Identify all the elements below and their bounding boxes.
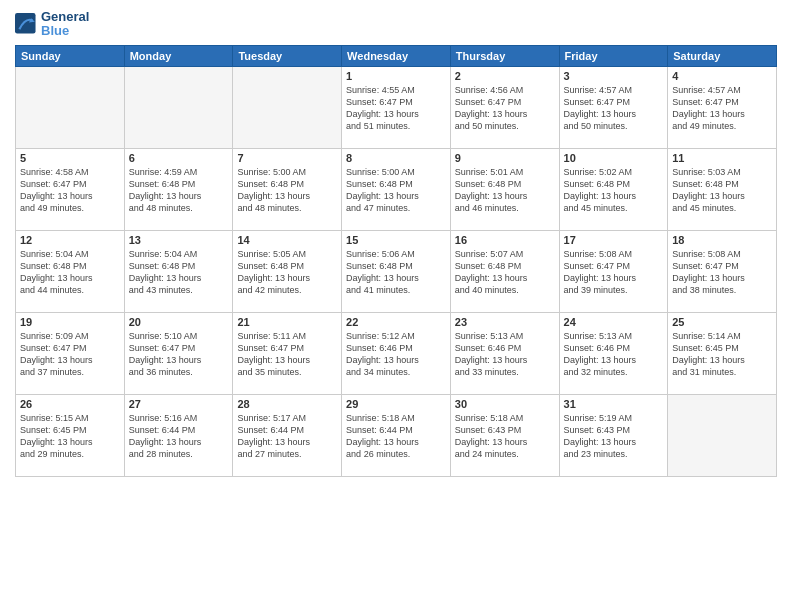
cell-info: Sunrise: 5:03 AM Sunset: 6:48 PM Dayligh… [672,166,772,215]
calendar-cell: 1Sunrise: 4:55 AM Sunset: 6:47 PM Daylig… [342,66,451,148]
calendar-week-2: 12Sunrise: 5:04 AM Sunset: 6:48 PM Dayli… [16,230,777,312]
cell-info: Sunrise: 5:06 AM Sunset: 6:48 PM Dayligh… [346,248,446,297]
calendar-cell: 20Sunrise: 5:10 AM Sunset: 6:47 PM Dayli… [124,312,233,394]
calendar-cell: 3Sunrise: 4:57 AM Sunset: 6:47 PM Daylig… [559,66,668,148]
calendar-cell: 31Sunrise: 5:19 AM Sunset: 6:43 PM Dayli… [559,394,668,476]
day-number: 21 [237,316,337,328]
day-number: 24 [564,316,664,328]
cell-info: Sunrise: 5:00 AM Sunset: 6:48 PM Dayligh… [237,166,337,215]
header: General Blue [15,10,777,39]
cell-info: Sunrise: 5:08 AM Sunset: 6:47 PM Dayligh… [564,248,664,297]
calendar-cell: 11Sunrise: 5:03 AM Sunset: 6:48 PM Dayli… [668,148,777,230]
day-number: 1 [346,70,446,82]
cell-info: Sunrise: 5:18 AM Sunset: 6:43 PM Dayligh… [455,412,555,461]
calendar-cell [16,66,125,148]
day-number: 8 [346,152,446,164]
calendar-cell: 24Sunrise: 5:13 AM Sunset: 6:46 PM Dayli… [559,312,668,394]
logo: General Blue [15,10,89,39]
calendar-cell: 16Sunrise: 5:07 AM Sunset: 6:48 PM Dayli… [450,230,559,312]
cell-info: Sunrise: 5:17 AM Sunset: 6:44 PM Dayligh… [237,412,337,461]
cell-info: Sunrise: 4:59 AM Sunset: 6:48 PM Dayligh… [129,166,229,215]
weekday-monday: Monday [124,45,233,66]
calendar-cell: 25Sunrise: 5:14 AM Sunset: 6:45 PM Dayli… [668,312,777,394]
calendar-cell: 17Sunrise: 5:08 AM Sunset: 6:47 PM Dayli… [559,230,668,312]
cell-info: Sunrise: 5:04 AM Sunset: 6:48 PM Dayligh… [20,248,120,297]
cell-info: Sunrise: 5:02 AM Sunset: 6:48 PM Dayligh… [564,166,664,215]
calendar-table: SundayMondayTuesdayWednesdayThursdayFrid… [15,45,777,477]
cell-info: Sunrise: 5:10 AM Sunset: 6:47 PM Dayligh… [129,330,229,379]
weekday-friday: Friday [559,45,668,66]
cell-info: Sunrise: 5:09 AM Sunset: 6:47 PM Dayligh… [20,330,120,379]
cell-info: Sunrise: 5:18 AM Sunset: 6:44 PM Dayligh… [346,412,446,461]
calendar-cell: 7Sunrise: 5:00 AM Sunset: 6:48 PM Daylig… [233,148,342,230]
calendar-cell: 5Sunrise: 4:58 AM Sunset: 6:47 PM Daylig… [16,148,125,230]
cell-info: Sunrise: 5:15 AM Sunset: 6:45 PM Dayligh… [20,412,120,461]
day-number: 12 [20,234,120,246]
day-number: 31 [564,398,664,410]
calendar-cell: 30Sunrise: 5:18 AM Sunset: 6:43 PM Dayli… [450,394,559,476]
day-number: 3 [564,70,664,82]
day-number: 25 [672,316,772,328]
day-number: 28 [237,398,337,410]
calendar-cell: 4Sunrise: 4:57 AM Sunset: 6:47 PM Daylig… [668,66,777,148]
calendar-cell: 28Sunrise: 5:17 AM Sunset: 6:44 PM Dayli… [233,394,342,476]
cell-info: Sunrise: 5:08 AM Sunset: 6:47 PM Dayligh… [672,248,772,297]
day-number: 27 [129,398,229,410]
calendar-cell: 14Sunrise: 5:05 AM Sunset: 6:48 PM Dayli… [233,230,342,312]
calendar-cell: 18Sunrise: 5:08 AM Sunset: 6:47 PM Dayli… [668,230,777,312]
day-number: 26 [20,398,120,410]
calendar-cell [233,66,342,148]
cell-info: Sunrise: 5:05 AM Sunset: 6:48 PM Dayligh… [237,248,337,297]
cell-info: Sunrise: 5:11 AM Sunset: 6:47 PM Dayligh… [237,330,337,379]
day-number: 19 [20,316,120,328]
cell-info: Sunrise: 5:12 AM Sunset: 6:46 PM Dayligh… [346,330,446,379]
cell-info: Sunrise: 5:01 AM Sunset: 6:48 PM Dayligh… [455,166,555,215]
cell-info: Sunrise: 4:58 AM Sunset: 6:47 PM Dayligh… [20,166,120,215]
calendar-cell: 26Sunrise: 5:15 AM Sunset: 6:45 PM Dayli… [16,394,125,476]
day-number: 13 [129,234,229,246]
cell-info: Sunrise: 5:07 AM Sunset: 6:48 PM Dayligh… [455,248,555,297]
calendar-cell [124,66,233,148]
calendar-cell: 8Sunrise: 5:00 AM Sunset: 6:48 PM Daylig… [342,148,451,230]
weekday-saturday: Saturday [668,45,777,66]
cell-info: Sunrise: 4:57 AM Sunset: 6:47 PM Dayligh… [564,84,664,133]
calendar-cell: 10Sunrise: 5:02 AM Sunset: 6:48 PM Dayli… [559,148,668,230]
calendar-cell: 13Sunrise: 5:04 AM Sunset: 6:48 PM Dayli… [124,230,233,312]
weekday-header: SundayMondayTuesdayWednesdayThursdayFrid… [16,45,777,66]
cell-info: Sunrise: 5:16 AM Sunset: 6:44 PM Dayligh… [129,412,229,461]
day-number: 2 [455,70,555,82]
day-number: 18 [672,234,772,246]
cell-info: Sunrise: 4:57 AM Sunset: 6:47 PM Dayligh… [672,84,772,133]
day-number: 7 [237,152,337,164]
calendar-cell: 12Sunrise: 5:04 AM Sunset: 6:48 PM Dayli… [16,230,125,312]
weekday-thursday: Thursday [450,45,559,66]
day-number: 17 [564,234,664,246]
calendar-cell: 29Sunrise: 5:18 AM Sunset: 6:44 PM Dayli… [342,394,451,476]
calendar-cell: 2Sunrise: 4:56 AM Sunset: 6:47 PM Daylig… [450,66,559,148]
weekday-wednesday: Wednesday [342,45,451,66]
calendar-week-0: 1Sunrise: 4:55 AM Sunset: 6:47 PM Daylig… [16,66,777,148]
calendar-cell: 27Sunrise: 5:16 AM Sunset: 6:44 PM Dayli… [124,394,233,476]
logo-icon [15,13,37,35]
calendar-week-3: 19Sunrise: 5:09 AM Sunset: 6:47 PM Dayli… [16,312,777,394]
day-number: 29 [346,398,446,410]
day-number: 5 [20,152,120,164]
calendar-cell: 22Sunrise: 5:12 AM Sunset: 6:46 PM Dayli… [342,312,451,394]
calendar-cell: 9Sunrise: 5:01 AM Sunset: 6:48 PM Daylig… [450,148,559,230]
cell-info: Sunrise: 4:55 AM Sunset: 6:47 PM Dayligh… [346,84,446,133]
day-number: 20 [129,316,229,328]
calendar-cell [668,394,777,476]
day-number: 9 [455,152,555,164]
day-number: 15 [346,234,446,246]
day-number: 23 [455,316,555,328]
calendar-body: 1Sunrise: 4:55 AM Sunset: 6:47 PM Daylig… [16,66,777,476]
day-number: 4 [672,70,772,82]
calendar-cell: 19Sunrise: 5:09 AM Sunset: 6:47 PM Dayli… [16,312,125,394]
cell-info: Sunrise: 5:00 AM Sunset: 6:48 PM Dayligh… [346,166,446,215]
day-number: 6 [129,152,229,164]
cell-info: Sunrise: 5:19 AM Sunset: 6:43 PM Dayligh… [564,412,664,461]
day-number: 16 [455,234,555,246]
calendar-cell: 23Sunrise: 5:13 AM Sunset: 6:46 PM Dayli… [450,312,559,394]
day-number: 22 [346,316,446,328]
cell-info: Sunrise: 5:13 AM Sunset: 6:46 PM Dayligh… [564,330,664,379]
